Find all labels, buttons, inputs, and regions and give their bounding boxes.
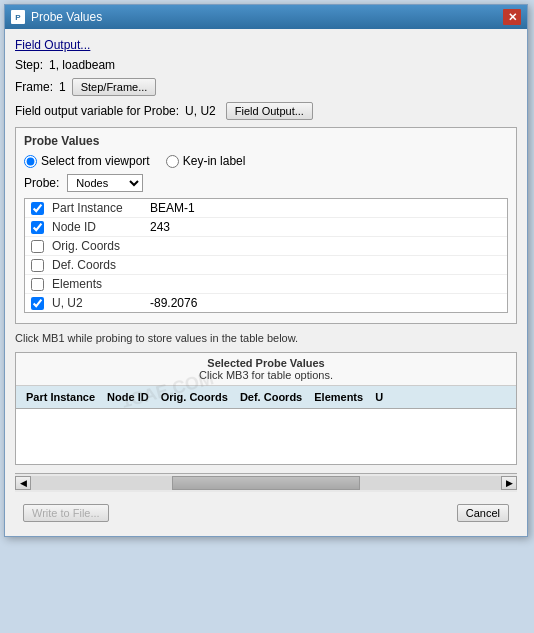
check-part-instance[interactable]: [31, 202, 44, 215]
scroll-left-arrow[interactable]: ◀: [15, 476, 31, 490]
label-node-id: Node ID: [52, 220, 142, 234]
probe-label: Probe:: [24, 176, 59, 190]
window-icon: P: [11, 10, 25, 24]
field-output-link[interactable]: Field Output...: [15, 38, 90, 52]
probe-select-row: Probe: Nodes Elements Faces: [24, 174, 508, 192]
radio-keyin-label: Key-in label: [183, 154, 246, 168]
horizontal-scrollbar[interactable]: ◀ ▶: [15, 473, 517, 492]
check-u-u2[interactable]: [31, 297, 44, 310]
th-u: U: [369, 389, 389, 405]
check-row-elements: Elements: [25, 275, 507, 294]
th-orig-coords: Orig. Coords: [155, 389, 234, 405]
step-value: 1, loadbeam: [49, 58, 115, 72]
field-output-row: Field Output...: [15, 37, 517, 53]
radio-viewport-label: Select from viewport: [41, 154, 150, 168]
selected-section-title: Selected Probe Values Click MB3 for tabl…: [16, 353, 516, 386]
check-node-id[interactable]: [31, 221, 44, 234]
variable-row: Field output variable for Probe: U, U2 F…: [15, 101, 517, 121]
cancel-button[interactable]: Cancel: [457, 504, 509, 522]
window-title: Probe Values: [31, 10, 102, 24]
label-def-coords: Def. Coords: [52, 258, 142, 272]
scroll-track[interactable]: [31, 476, 501, 490]
probe-check-table: Part Instance BEAM-1 Node ID 243 Orig. C…: [24, 198, 508, 313]
step-label: Step:: [15, 58, 43, 72]
check-row-orig-coords: Orig. Coords: [25, 237, 507, 256]
radio-keyin[interactable]: Key-in label: [166, 154, 246, 168]
scroll-right-arrow[interactable]: ▶: [501, 476, 517, 490]
value-node-id: 243: [150, 220, 170, 234]
frame-label: Frame:: [15, 80, 53, 94]
label-elements: Elements: [52, 277, 142, 291]
check-elements[interactable]: [31, 278, 44, 291]
check-def-coords[interactable]: [31, 259, 44, 272]
step-row: Step: 1, loadbeam: [15, 57, 517, 73]
th-def-coords: Def. Coords: [234, 389, 308, 405]
check-row-u-u2: U, U2 -89.2076: [25, 294, 507, 312]
check-row-part-instance: Part Instance BEAM-1: [25, 199, 507, 218]
close-button[interactable]: ✕: [503, 9, 521, 25]
title-bar: P Probe Values ✕: [5, 5, 527, 29]
check-row-def-coords: Def. Coords: [25, 256, 507, 275]
label-u-u2: U, U2: [52, 296, 142, 310]
selected-probe-section: Selected Probe Values Click MB3 for tabl…: [15, 352, 517, 465]
dialog-content: Field Output... Step: 1, loadbeam Frame:…: [5, 29, 527, 536]
radio-row: Select from viewport Key-in label: [24, 154, 508, 168]
frame-value: 1: [59, 80, 66, 94]
value-u-u2: -89.2076: [150, 296, 197, 310]
field-output-button[interactable]: Field Output...: [226, 102, 313, 120]
value-part-instance: BEAM-1: [150, 201, 195, 215]
th-part-instance: Part Instance: [20, 389, 101, 405]
section-label: Probe Values: [24, 134, 508, 148]
probe-values-section: Probe Values Select from viewport Key-in…: [15, 127, 517, 324]
variable-value: U, U2: [185, 104, 216, 118]
step-frame-button[interactable]: Step/Frame...: [72, 78, 157, 96]
radio-viewport[interactable]: Select from viewport: [24, 154, 150, 168]
probe-values-dialog: P Probe Values ✕ Field Output... Step: 1…: [4, 4, 528, 537]
title-bar-left: P Probe Values: [11, 10, 102, 24]
label-part-instance: Part Instance: [52, 201, 142, 215]
probe-select[interactable]: Nodes Elements Faces: [67, 174, 143, 192]
scroll-thumb[interactable]: [172, 476, 360, 490]
variable-label: Field output variable for Probe:: [15, 104, 179, 118]
write-to-file-button[interactable]: Write to File...: [23, 504, 109, 522]
th-elements: Elements: [308, 389, 369, 405]
footer: Write to File... Cancel: [15, 498, 517, 528]
info-text: Click MB1 while probing to store values …: [15, 330, 517, 346]
label-orig-coords: Orig. Coords: [52, 239, 142, 253]
check-row-node-id: Node ID 243: [25, 218, 507, 237]
check-orig-coords[interactable]: [31, 240, 44, 253]
frame-row: Frame: 1 Step/Frame...: [15, 77, 517, 97]
th-node-id: Node ID: [101, 389, 155, 405]
table-body: [16, 409, 516, 464]
table-header: Part Instance Node ID Orig. Coords Def. …: [16, 386, 516, 409]
